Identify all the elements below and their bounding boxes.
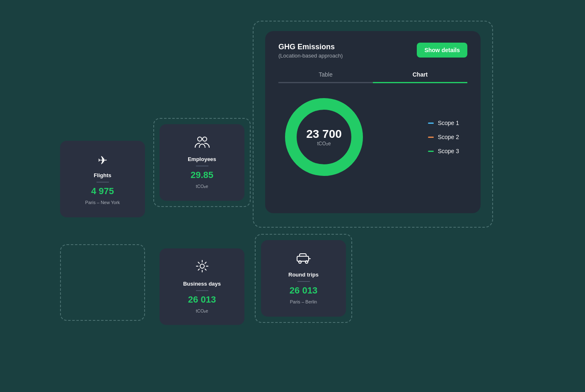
scope1-dot [428, 123, 434, 124]
ghg-panel: GHG Emissions (Location-based approach) … [265, 31, 481, 213]
svg-line-13 [205, 262, 206, 263]
flights-sub: Paris – New York [85, 200, 120, 205]
roundtrips-card: Round trips 26 013 Paris – Berlin [261, 240, 346, 317]
donut-unit: tCO₂e [306, 140, 342, 146]
legend-scope1: Scope 1 [428, 120, 459, 126]
business-value: 26 013 [188, 294, 216, 305]
svg-line-11 [198, 262, 199, 263]
business-divider [196, 290, 208, 291]
scope3-label: Scope 3 [438, 148, 459, 154]
business-label: Business days [183, 281, 221, 287]
employees-divider [196, 166, 208, 166]
scope2-label: Scope 2 [438, 134, 459, 140]
tab-chart[interactable]: Chart [373, 67, 467, 82]
employees-icon [195, 136, 210, 151]
employees-unit: tCO₂e [196, 184, 208, 189]
svg-point-16 [299, 261, 301, 263]
employees-card: Employees 29.85 tCO₂e [160, 124, 244, 201]
tab-underline [278, 82, 467, 83]
legend: Scope 1 Scope 2 Scope 3 [428, 120, 459, 154]
scope2-dot [428, 137, 434, 138]
donut-value: 23 700 [306, 128, 342, 141]
tab-underline-chart [373, 82, 467, 83]
donut-chart: 23 700 tCO₂e [278, 91, 370, 183]
scope3-dot [428, 151, 434, 152]
svg-point-17 [305, 261, 308, 263]
svg-line-14 [198, 269, 199, 270]
flights-value: 4 975 [91, 186, 114, 197]
tab-underline-table [278, 82, 373, 83]
legend-scope2: Scope 2 [428, 134, 459, 140]
ghg-title-block: GHG Emissions (Location-based approach) [278, 43, 343, 59]
employees-value: 29.85 [191, 170, 213, 180]
business-icon [196, 260, 209, 276]
flights-icon: ✈ [98, 154, 107, 167]
business-unit: tCO₂e [196, 308, 208, 314]
roundtrips-divider [297, 281, 310, 282]
scene: GHG Emissions (Location-based approach) … [0, 0, 585, 392]
svg-point-5 [203, 137, 207, 141]
employees-label: Employees [188, 156, 216, 162]
donut-center: 23 700 tCO₂e [306, 128, 342, 147]
roundtrips-icon [296, 253, 311, 267]
flights-label: Flights [94, 172, 111, 178]
tab-bar: Table Chart [278, 67, 467, 82]
roundtrips-value: 26 013 [290, 285, 317, 296]
business-card: Business days 26 013 tCO₂e [160, 248, 244, 325]
ghg-header: GHG Emissions (Location-based approach) … [278, 43, 467, 59]
scope1-label: Scope 1 [438, 120, 459, 126]
show-details-button[interactable]: Show details [417, 43, 467, 58]
tab-table[interactable]: Table [278, 67, 373, 82]
flights-card: ✈ Flights 4 975 Paris – New York [60, 141, 145, 217]
ghg-subtitle: (Location-based approach) [278, 53, 343, 59]
ghg-title: GHG Emissions [278, 43, 343, 51]
legend-scope3: Scope 3 [428, 148, 459, 154]
svg-point-4 [198, 137, 202, 141]
roundtrips-label: Round trips [288, 272, 319, 278]
flights-divider [97, 182, 109, 183]
empty-dashed-card [60, 244, 145, 321]
svg-point-6 [200, 264, 204, 268]
svg-line-12 [205, 269, 206, 270]
roundtrips-sub: Paris – Berlin [290, 299, 317, 304]
chart-area: 23 700 tCO₂e Scope 1 Scope 2 Scope 3 [278, 91, 467, 183]
